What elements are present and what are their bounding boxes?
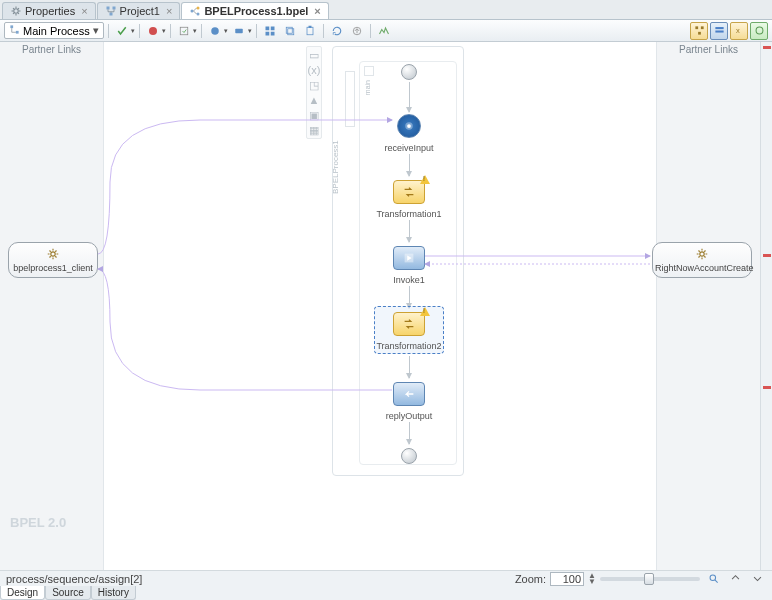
canvas[interactable]: Partner Links Partner Links ▭ (x) ◳ ▲ ▣ …	[0, 42, 760, 570]
inner-handle[interactable]	[364, 66, 374, 76]
zoom-stepper[interactable]: ▲▼	[588, 573, 596, 585]
layout-button[interactable]	[261, 22, 279, 40]
tab-bpel[interactable]: BPELProcess1.bpel ×	[181, 2, 328, 19]
breakpoint-button[interactable]	[144, 22, 162, 40]
gear-icon	[46, 247, 60, 261]
start-event[interactable]	[401, 64, 417, 80]
svg-rect-26	[715, 31, 723, 33]
receive-activity[interactable]: receiveInput	[397, 114, 421, 138]
svg-rect-18	[287, 28, 293, 34]
svg-rect-25	[715, 27, 723, 29]
partner-button[interactable]	[206, 22, 224, 40]
svg-point-28	[756, 27, 763, 34]
zoom-slider[interactable]	[600, 577, 700, 581]
separator	[201, 24, 202, 38]
connector	[409, 154, 410, 176]
tab-properties[interactable]: Properties ×	[2, 2, 96, 19]
tree-icon	[105, 5, 117, 17]
svg-rect-17	[286, 27, 292, 33]
toolbar: Main Process ▾ ▾ ▾ ▾ ▾ ▾ x	[0, 20, 772, 42]
warning-icon	[420, 175, 430, 184]
reply-activity[interactable]: replyOutput	[393, 382, 425, 406]
chevron-down-icon[interactable]: ▾	[193, 27, 197, 35]
zoom-input[interactable]: 100	[550, 572, 584, 586]
lane-handle[interactable]	[345, 71, 355, 127]
svg-rect-16	[270, 31, 274, 35]
palette-wait-icon[interactable]: ▲	[308, 94, 320, 106]
svg-text:x: x	[736, 26, 740, 35]
palette-invoke-icon[interactable]: (x)	[308, 64, 320, 76]
chevron-down-icon[interactable]: ▾	[248, 27, 252, 35]
palette-receive-icon[interactable]: ◳	[308, 79, 320, 91]
expand-button[interactable]	[748, 570, 766, 588]
separator	[256, 24, 257, 38]
view-monitor-button[interactable]	[750, 22, 768, 40]
partner-link-rightnow[interactable]: RightNowAccountCreate	[652, 242, 752, 278]
chevron-down-icon[interactable]: ▾	[162, 27, 166, 35]
connector	[409, 422, 410, 444]
svg-rect-8	[16, 31, 19, 34]
separator	[323, 24, 324, 38]
view-vars-button[interactable]: x	[730, 22, 748, 40]
invoke-activity[interactable]: Invoke1	[393, 246, 425, 270]
svg-point-32	[51, 252, 55, 256]
test-button[interactable]	[175, 22, 193, 40]
paste-button[interactable]	[301, 22, 319, 40]
svg-rect-15	[265, 31, 269, 35]
sequence-lane: main receiveInput Transformation1 Invoke…	[359, 61, 457, 465]
transform1-activity[interactable]: Transformation1	[393, 180, 425, 204]
fit-button[interactable]	[704, 570, 722, 588]
chevron-down-icon[interactable]: ▾	[131, 27, 135, 35]
svg-rect-1	[106, 7, 109, 10]
close-icon[interactable]: ×	[314, 5, 320, 17]
svg-point-34	[710, 575, 716, 581]
close-icon[interactable]: ×	[81, 5, 87, 17]
bottom-tabs: Design Source History	[0, 586, 136, 600]
palette-assign-icon[interactable]: ▭	[308, 49, 320, 61]
view-data-button[interactable]	[710, 22, 728, 40]
export-button[interactable]	[348, 22, 366, 40]
copy-button[interactable]	[281, 22, 299, 40]
separator	[170, 24, 171, 38]
svg-rect-20	[308, 25, 311, 27]
partner-column-left: Partner Links	[0, 42, 104, 570]
svg-point-5	[197, 7, 200, 10]
connector	[409, 356, 410, 378]
tab-history[interactable]: History	[91, 586, 136, 600]
validate-button[interactable]	[113, 22, 131, 40]
tab-project[interactable]: Project1 ×	[97, 2, 181, 19]
refresh-button[interactable]	[328, 22, 346, 40]
inner-title: main	[364, 80, 371, 95]
monitor-button[interactable]	[375, 22, 393, 40]
collapse-button[interactable]	[726, 570, 744, 588]
connector	[409, 82, 410, 112]
svg-rect-7	[10, 25, 13, 28]
variable-button[interactable]	[230, 22, 248, 40]
close-icon[interactable]: ×	[166, 5, 172, 17]
palette-reply-icon[interactable]: ▣	[308, 109, 320, 121]
partner-link-client[interactable]: bpelprocess1_client	[8, 242, 98, 278]
breadcrumb-bar: process/sequence/assign[2] Zoom: 100 ▲▼	[0, 570, 772, 586]
tab-label: Properties	[25, 5, 75, 17]
bpel-version: BPEL 2.0	[10, 515, 66, 530]
scope-dropdown[interactable]: Main Process ▾	[4, 22, 104, 39]
slider-thumb[interactable]	[644, 573, 654, 585]
tab-label: BPELProcess1.bpel	[204, 5, 308, 17]
breadcrumb: process/sequence/assign[2]	[6, 573, 142, 585]
view-structure-button[interactable]	[690, 22, 708, 40]
chevron-down-icon[interactable]: ▾	[224, 27, 228, 35]
warning-icon	[420, 307, 430, 316]
tab-design[interactable]: Design	[0, 586, 45, 600]
svg-point-6	[197, 13, 200, 16]
palette-scope-icon[interactable]: ▦	[308, 124, 320, 136]
tab-label: Project1	[120, 5, 160, 17]
process-lane: BPELProcess1 main receiveInput Transform…	[332, 46, 464, 476]
svg-point-11	[211, 27, 219, 35]
svg-rect-10	[180, 27, 188, 35]
connector	[409, 220, 410, 242]
end-event[interactable]	[401, 448, 417, 464]
activity-label: replyOutput	[359, 411, 459, 421]
tab-source[interactable]: Source	[45, 586, 91, 600]
activity-label: Transformation2	[359, 341, 459, 351]
transform2-activity[interactable]: Transformation2	[393, 312, 425, 336]
